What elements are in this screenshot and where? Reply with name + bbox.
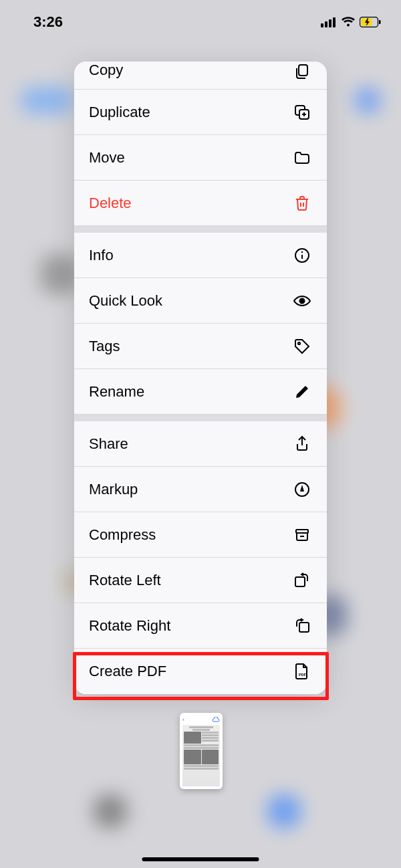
menu-item-markup[interactable]: Markup [74,467,327,512]
copy-icon [292,62,312,82]
menu-label: Delete [89,195,132,212]
home-indicator[interactable] [142,857,259,861]
menu-item-tags[interactable]: Tags [74,324,327,369]
rotate-right-icon [292,616,312,636]
menu-item-copy[interactable]: Copy [74,62,327,90]
svg-rect-3 [333,17,336,27]
info-icon [292,245,312,265]
file-thumbnail[interactable]: ‹ [180,713,223,789]
svg-text:PDF: PDF [299,673,307,677]
svg-rect-2 [329,19,331,27]
folder-icon [292,148,312,168]
menu-item-info[interactable]: Info [74,233,327,278]
menu-label: Quick Look [89,292,162,310]
svg-rect-16 [295,577,305,586]
cellular-signal-icon [321,17,337,27]
svg-rect-7 [299,65,307,76]
status-bar: 3:26 [0,0,401,43]
svg-point-12 [300,298,305,303]
menu-label: Rotate Right [89,617,170,635]
battery-charging-icon [360,17,381,27]
menu-label: Share [89,435,128,453]
svg-rect-1 [325,21,327,27]
menu-label: Move [89,149,125,167]
menu-divider [74,415,327,421]
pencil-icon [292,382,312,402]
menu-label: Copy [89,62,123,79]
menu-item-duplicate[interactable]: Duplicate [74,90,327,135]
menu-item-share[interactable]: Share [74,421,327,467]
menu-label: Rename [89,383,144,401]
pdf-icon: PDF [292,661,312,681]
tag-icon [292,336,312,356]
menu-item-create-pdf[interactable]: Create PDF PDF [74,649,327,694]
menu-item-rotate-left[interactable]: Rotate Left [74,558,327,603]
svg-rect-0 [321,23,323,27]
menu-item-move[interactable]: Move [74,135,327,181]
share-icon [292,434,312,454]
trash-icon [292,193,312,213]
svg-rect-6 [379,20,381,24]
duplicate-icon [292,102,312,122]
menu-label: Tags [89,338,120,355]
svg-rect-17 [299,623,309,632]
svg-point-11 [301,251,303,252]
status-time: 3:26 [33,13,63,31]
menu-label: Create PDF [89,663,166,680]
menu-item-quick-look[interactable]: Quick Look [74,278,327,324]
wifi-icon [341,17,356,27]
menu-item-rotate-right[interactable]: Rotate Right [74,603,327,649]
menu-label: Compress [89,526,156,544]
menu-item-delete[interactable]: Delete [74,181,327,226]
back-chevron-icon: ‹ [182,716,184,723]
menu-item-compress[interactable]: Compress [74,512,327,558]
svg-point-13 [298,342,300,344]
menu-label: Info [89,247,114,264]
menu-label: Markup [89,481,138,498]
rotate-left-icon [292,570,312,590]
cloud-icon [212,717,220,723]
menu-item-rename[interactable]: Rename [74,369,327,415]
menu-divider [74,226,327,233]
eye-icon [292,291,312,311]
archive-icon [292,525,312,545]
menu-label: Rotate Left [89,572,161,589]
context-menu: Copy Duplicate Move Delete Info Quick Lo… [74,62,327,694]
menu-label: Duplicate [89,104,150,121]
svg-rect-15 [296,530,308,533]
status-icons [321,17,381,27]
markup-icon [292,479,312,500]
